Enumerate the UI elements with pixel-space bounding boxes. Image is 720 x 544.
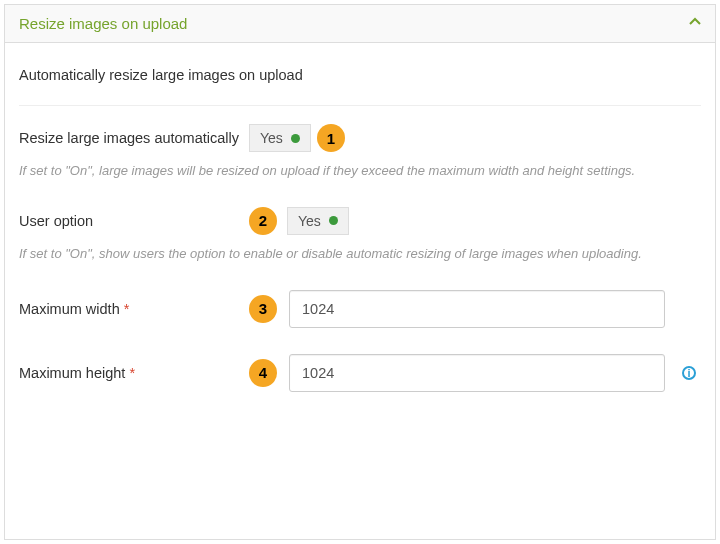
annotation-badge-3: 3 (249, 295, 277, 323)
toggle-resize-auto[interactable]: Yes (249, 124, 311, 152)
annotation-badge-1: 1 (317, 124, 345, 152)
panel-header: Resize images on upload (5, 5, 715, 43)
status-dot-icon (329, 216, 338, 225)
panel-title: Resize images on upload (19, 15, 187, 32)
field-max-width: Maximum width * 3 (19, 290, 701, 328)
label-max-width-text: Maximum width (19, 301, 120, 317)
settings-panel: Resize images on upload Automatically re… (4, 4, 716, 540)
info-icon[interactable]: i (682, 366, 696, 380)
required-marker: * (129, 365, 135, 381)
annotation-badge-4: 4 (249, 359, 277, 387)
field-user-option: User option 2 Yes (19, 207, 701, 235)
required-marker: * (124, 301, 130, 317)
annotation-badge-2: 2 (249, 207, 277, 235)
label-max-height-text: Maximum height (19, 365, 125, 381)
divider (19, 105, 701, 106)
toggle-resize-auto-text: Yes (260, 130, 283, 146)
collapse-toggle-icon[interactable] (689, 16, 701, 31)
section-description: Automatically resize large images on upl… (19, 67, 701, 83)
label-user-option: User option (19, 213, 249, 229)
help-resize-auto: If set to "On", large images will be res… (19, 162, 701, 181)
toggle-user-option[interactable]: Yes (287, 207, 349, 235)
toggle-user-option-text: Yes (298, 213, 321, 229)
label-max-width: Maximum width * (19, 301, 249, 317)
panel-body: Automatically resize large images on upl… (5, 43, 715, 392)
label-max-height: Maximum height * (19, 365, 249, 381)
input-max-height[interactable] (289, 354, 665, 392)
field-max-height: Maximum height * 4 i (19, 354, 701, 392)
label-resize-auto: Resize large images automatically (19, 130, 249, 146)
status-dot-icon (291, 134, 300, 143)
field-resize-auto: Resize large images automatically Yes 1 (19, 124, 701, 152)
input-max-width[interactable] (289, 290, 665, 328)
help-user-option: If set to "On", show users the option to… (19, 245, 701, 264)
